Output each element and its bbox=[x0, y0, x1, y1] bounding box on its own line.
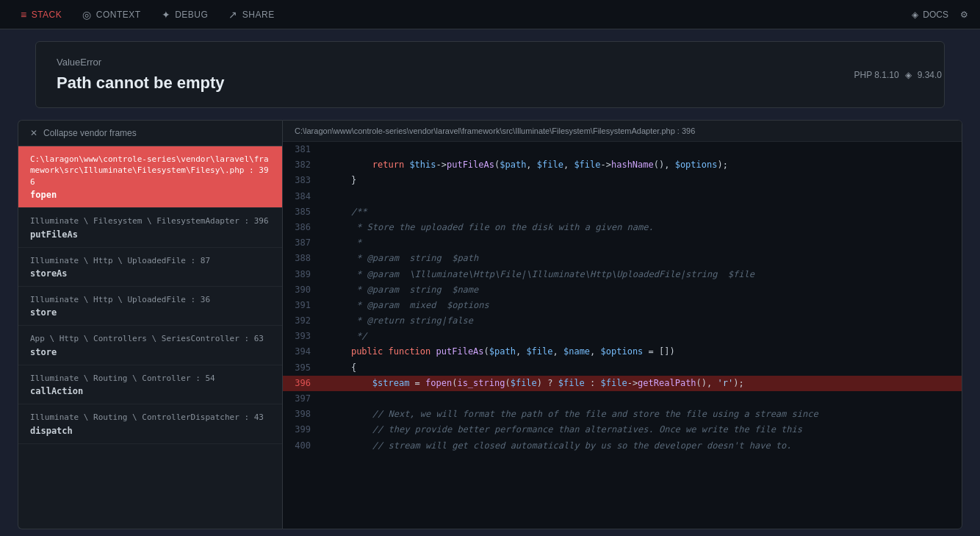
frame-method-1: putFileAs bbox=[30, 229, 270, 240]
docs-icon: ◈ bbox=[912, 10, 918, 20]
line-content-399: // they provide better performance than … bbox=[318, 422, 802, 437]
line-content-386: * Store the uploaded file on the disk wi… bbox=[318, 220, 654, 235]
line-number-395: 395 bbox=[283, 360, 318, 376]
line-content-384 bbox=[318, 189, 330, 204]
nav-label-context: CONTEXT bbox=[96, 10, 141, 20]
frame-ns-4: App \ Http \ Controllers \ SeriesControl… bbox=[30, 333, 270, 344]
code-line-389: 389 * @param \Illuminate\Http\File|\Illu… bbox=[283, 267, 962, 282]
code-line-393: 393 */ bbox=[283, 329, 962, 344]
line-number-385: 385 bbox=[283, 204, 318, 220]
line-content-382: return $this->putFileAs($path, $file, $f… bbox=[318, 157, 728, 173]
frame-ns-5: Illuminate \ Routing \ Controller : 54 bbox=[30, 373, 270, 384]
line-number-388: 388 bbox=[283, 251, 318, 266]
code-line-397: 397 bbox=[283, 391, 962, 407]
frame-method-5: callAction bbox=[30, 386, 270, 396]
line-content-381 bbox=[318, 142, 330, 157]
frame-ns-6: Illuminate \ Routing \ ControllerDispatc… bbox=[30, 412, 270, 423]
line-number-383: 383 bbox=[283, 173, 318, 188]
code-line-388: 388 * @param string $path bbox=[283, 251, 962, 266]
stack-frame-2[interactable]: Illuminate \ Http \ UploadedFile : 87 st… bbox=[18, 248, 282, 287]
code-line-381: 381 bbox=[283, 142, 962, 157]
frame-method-3: store bbox=[30, 307, 270, 318]
stack-frame-0[interactable]: C:\laragon\www\controle-series\vendor\la… bbox=[18, 146, 282, 208]
line-number-398: 398 bbox=[283, 407, 318, 422]
code-line-387: 387 * bbox=[283, 235, 962, 251]
frame-method-0: fopen bbox=[30, 190, 270, 200]
ignition-version: 9.34.0 bbox=[918, 70, 942, 80]
code-line-391: 391 * @param mixed $options bbox=[283, 298, 962, 313]
code-line-399: 399 // they provide better performance t… bbox=[283, 422, 962, 437]
line-number-399: 399 bbox=[283, 422, 318, 437]
code-panel: C:\laragon\www\controle-series\vendor\la… bbox=[282, 120, 962, 529]
line-number-390: 390 bbox=[283, 282, 318, 298]
line-content-385: /** bbox=[318, 204, 367, 220]
code-line-398: 398 // Next, we will format the path of … bbox=[283, 407, 962, 422]
stack-frame-4[interactable]: App \ Http \ Controllers \ SeriesControl… bbox=[18, 326, 282, 365]
stack-frame-6[interactable]: Illuminate \ Routing \ ControllerDispatc… bbox=[18, 404, 282, 443]
line-content-391: * @param mixed $options bbox=[318, 298, 489, 313]
main-content: ✕ Collapse vendor frames C:\laragon\www\… bbox=[18, 120, 962, 529]
nav-item-stack[interactable]: ≡ STACK bbox=[12, 4, 71, 25]
collapse-label: Collapse vendor frames bbox=[43, 128, 137, 138]
stack-frame-3[interactable]: Illuminate \ Http \ UploadedFile : 36 st… bbox=[18, 287, 282, 326]
error-type: ValueError bbox=[57, 57, 923, 68]
line-number-397: 397 bbox=[283, 391, 318, 407]
error-header: ValueError Path cannot be empty bbox=[35, 41, 945, 108]
line-number-400: 400 bbox=[283, 438, 318, 454]
settings-button[interactable]: ⚙ bbox=[960, 10, 968, 20]
line-number-396: 396 bbox=[283, 376, 318, 391]
nav-label-stack: STACK bbox=[32, 10, 62, 20]
frame-ns-3: Illuminate \ Http \ UploadedFile : 36 bbox=[30, 294, 270, 305]
settings-icon: ⚙ bbox=[960, 10, 968, 20]
line-number-392: 392 bbox=[283, 313, 318, 329]
stack-frame-5[interactable]: Illuminate \ Routing \ Controller : 54 c… bbox=[18, 365, 282, 404]
line-content-387: * bbox=[318, 235, 361, 251]
line-number-393: 393 bbox=[283, 329, 318, 344]
code-line-385: 385 /** bbox=[283, 204, 962, 220]
code-line-392: 392 * @return string|false bbox=[283, 313, 962, 329]
line-number-394: 394 bbox=[283, 344, 318, 360]
stack-panel: ✕ Collapse vendor frames C:\laragon\www\… bbox=[18, 120, 282, 529]
line-content-394: public function putFileAs($path, $file, … bbox=[318, 344, 675, 360]
stack-icon: ≡ bbox=[21, 9, 27, 21]
line-content-388: * @param string $path bbox=[318, 251, 478, 266]
line-content-400: // stream will get closed automatically … bbox=[318, 438, 792, 454]
nav-item-context[interactable]: ◎ CONTEXT bbox=[73, 4, 149, 25]
nav-right: ◈ DOCS ⚙ bbox=[912, 10, 968, 20]
line-content-395: { bbox=[318, 360, 356, 376]
collapse-vendor-button[interactable]: ✕ Collapse vendor frames bbox=[18, 121, 282, 146]
code-file-header: C:\laragon\www\controle-series\vendor\la… bbox=[283, 121, 962, 142]
frame-method-2: storeAs bbox=[30, 268, 270, 279]
debug-icon: ✦ bbox=[162, 9, 171, 21]
code-line-384: 384 bbox=[283, 189, 962, 204]
nav-item-share[interactable]: ↗ SHARE bbox=[220, 4, 283, 25]
share-icon: ↗ bbox=[228, 9, 238, 21]
frame-ns-1: Illuminate \ Filesystem \ FilesystemAdap… bbox=[30, 215, 270, 226]
code-line-395: 395 { bbox=[283, 360, 962, 376]
nav-items: ≡ STACK ◎ CONTEXT ✦ DEBUG ↗ SHARE bbox=[12, 4, 284, 25]
code-line-396: 396 $stream = fopen(is_string($file) ? $… bbox=[283, 376, 962, 391]
line-number-389: 389 bbox=[283, 267, 318, 282]
php-version: PHP 8.1.10 bbox=[854, 70, 898, 80]
code-line-386: 386 * Store the uploaded file on the dis… bbox=[283, 220, 962, 235]
line-number-382: 382 bbox=[283, 157, 318, 173]
frame-method-6: dispatch bbox=[30, 426, 270, 436]
frame-ns-2: Illuminate \ Http \ UploadedFile : 87 bbox=[30, 255, 270, 266]
line-content-393: */ bbox=[318, 329, 367, 344]
line-number-391: 391 bbox=[283, 298, 318, 313]
nav-item-debug[interactable]: ✦ DEBUG bbox=[153, 4, 217, 25]
error-message: Path cannot be empty bbox=[57, 74, 923, 93]
code-line-394: 394 public function putFileAs($path, $fi… bbox=[283, 344, 962, 360]
stack-frame-1[interactable]: Illuminate \ Filesystem \ FilesystemAdap… bbox=[18, 208, 282, 247]
code-body[interactable]: 381382 return $this->putFileAs($path, $f… bbox=[283, 142, 962, 529]
code-line-390: 390 * @param string $name bbox=[283, 282, 962, 298]
line-content-390: * @param string $name bbox=[318, 282, 478, 298]
line-number-387: 387 bbox=[283, 235, 318, 251]
line-content-396: $stream = fopen(is_string($file) ? $file… bbox=[318, 376, 744, 391]
docs-link[interactable]: ◈ DOCS bbox=[912, 10, 948, 20]
line-content-392: * @return string|false bbox=[318, 313, 473, 329]
frame-method-4: store bbox=[30, 347, 270, 357]
error-header-wrapper: ValueError Path cannot be empty PHP 8.1.… bbox=[18, 41, 962, 108]
line-number-381: 381 bbox=[283, 142, 318, 157]
line-content-398: // Next, we will format the path of the … bbox=[318, 407, 818, 422]
